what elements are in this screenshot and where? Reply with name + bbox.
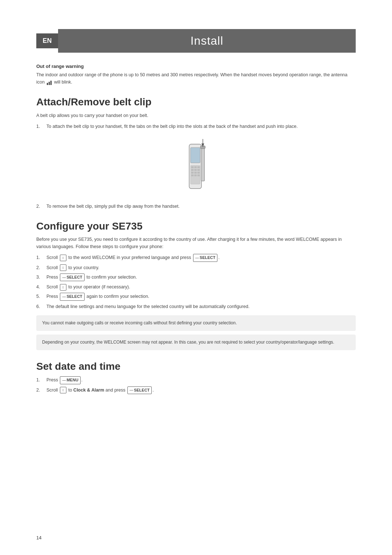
page-title: Install [191,34,224,48]
scroll-icon-2: ↕ [60,264,66,271]
out-of-range-heading: Out of range warning [36,64,356,69]
svg-rect-4 [194,166,197,168]
configure-section: Configure your SE735 Before you use your… [36,220,356,351]
svg-rect-12 [191,174,194,176]
svg-rect-11 [197,172,200,174]
configure-step-1: 1. Scroll ↕ to the word WELCOME in your … [36,254,356,262]
scroll-icon-1: ↕ [60,255,66,261]
select-button-date: — SELECT [127,386,152,394]
belt-clip-image [36,137,356,195]
header-title-bar: Install [58,29,356,53]
configure-step-5: 5. Press — SELECT again to confirm your … [36,293,356,301]
set-date-section: Set date and time 1. Press — MENU. 2. Sc… [36,360,356,394]
configure-step-6: 6. The default line settings and menu la… [36,303,356,310]
handset-illustration [181,137,211,195]
configure-note-1: You cannot make outgoing calls or receiv… [36,315,356,331]
attach-remove-steps-2: 2. To remove the belt clip, simply pull … [36,203,356,210]
configure-intro: Before you use your SE735, you need to c… [36,236,356,250]
scroll-icon-date: ↕ [60,387,66,393]
svg-rect-3 [191,166,194,168]
header-bar: EN Install [36,29,356,53]
svg-rect-13 [194,174,197,176]
svg-rect-1 [191,147,200,163]
scroll-icon-4: ↕ [60,284,66,291]
svg-rect-5 [197,166,200,168]
out-of-range-section: Out of range warning The indoor and outd… [36,64,356,86]
svg-rect-15 [201,147,204,181]
set-date-step-2: 2. Scroll ↕ to Clock & Alarm and press —… [36,386,356,394]
svg-rect-7 [194,169,197,171]
configure-step-2: 2. Scroll ↕ to your country. [36,264,356,271]
select-button-1: — SELECT [193,254,217,262]
configure-title: Configure your SE735 [36,220,356,232]
configure-note-2: Depending on your country, the WELCOME s… [36,335,356,350]
svg-rect-6 [191,169,194,171]
page: EN Install Out of range warning The indo… [0,0,392,555]
set-date-step-1: 1. Press — MENU. [36,376,356,384]
configure-steps: 1. Scroll ↕ to the word WELCOME in your … [36,254,356,310]
configure-step-3: 3. Press — SELECT to confirm your select… [36,274,356,281]
out-of-range-body: The indoor and outdoor range of the phon… [36,71,356,86]
set-date-steps: 1. Press — MENU. 2. Scroll ↕ to Clock & … [36,376,356,394]
attach-remove-steps: 1. To attach the belt clip to your hands… [36,123,356,130]
attach-step-1: 1. To attach the belt clip to your hands… [36,123,356,130]
attach-remove-intro: A belt clip allows you to carry your han… [36,112,356,119]
select-button-3: — SELECT [60,274,84,281]
svg-rect-8 [197,169,200,171]
svg-rect-14 [197,174,200,176]
lang-badge: EN [36,33,58,48]
svg-rect-9 [191,172,194,174]
set-date-title: Set date and time [36,360,356,373]
attach-step-2: 2. To remove the belt clip, simply pull … [36,203,356,210]
attach-remove-title: Attach/Remove belt clip [36,96,356,108]
svg-rect-10 [194,172,197,174]
attach-remove-section: Attach/Remove belt clip A belt clip allo… [36,96,356,210]
antenna-icon [46,80,52,85]
menu-button: — MENU [60,376,80,384]
configure-step-4: 4. Scroll ↕ to your operator (if necessa… [36,283,356,291]
page-number: 14 [36,535,41,540]
select-button-5: — SELECT [60,293,84,301]
